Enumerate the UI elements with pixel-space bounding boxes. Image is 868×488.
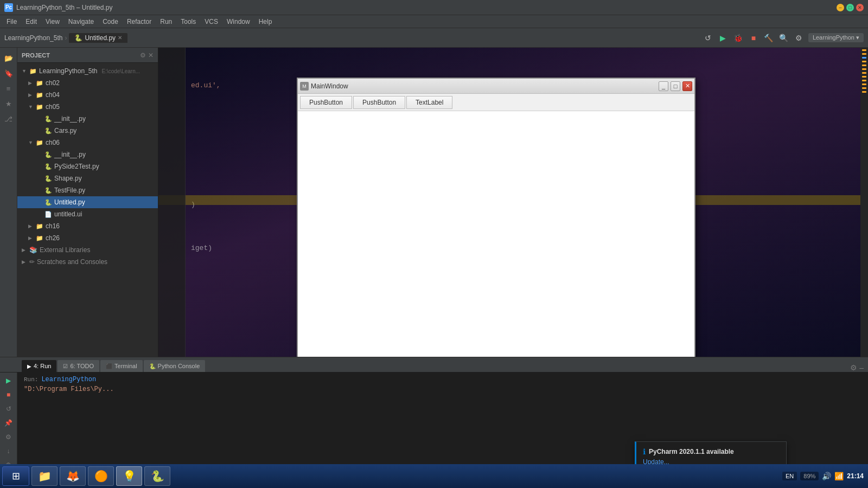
label-ch06-init: __init__.py — [54, 151, 86, 158]
settings-run-btn[interactable]: ⚙ — [3, 431, 15, 443]
search-everywhere-button[interactable]: 🔍 — [778, 32, 790, 44]
menu-refactor[interactable]: Refactor — [123, 17, 156, 27]
panel-settings-btn[interactable]: ⚙ — [850, 363, 857, 372]
tree-item-ch05[interactable]: ▼ 📁 ch05 — [17, 101, 158, 113]
root-folder-icon: 📁 — [29, 68, 37, 75]
sidebar-bookmarks-icon[interactable]: 🔖 — [3, 67, 15, 79]
tree-item-ch04[interactable]: ▶ 📁 ch04 — [17, 89, 158, 101]
tree-item-ch16[interactable]: ▶ 📁 ch16 — [17, 220, 158, 232]
breadcrumb-sep1: › — [65, 34, 67, 42]
tree-item-ch05-init[interactable]: 🐍 __init__.py — [17, 113, 158, 125]
taskbar-app-explorer[interactable]: 📁 — [31, 466, 58, 486]
taskbar-app-firefox[interactable]: 🦊 — [60, 466, 86, 486]
folder-icon-ch02: 📁 — [36, 80, 43, 87]
profile-selector[interactable]: LearningPython ▾ — [808, 33, 864, 42]
tree-item-ch06[interactable]: ▼ 📁 ch06 — [17, 137, 158, 149]
run-left-bar: ▶ ■ ↺ 📌 ⚙ ↓ 🗑 — [0, 373, 17, 476]
label-ch16: ch16 — [46, 222, 60, 230]
label-ch05-init: __init__.py — [54, 115, 86, 123]
tab-close-icon[interactable]: ✕ — [118, 35, 122, 41]
system-clock[interactable]: 21:14 — [847, 472, 864, 480]
run-again-btn[interactable]: ▶ — [3, 375, 15, 387]
editor-scrollbar[interactable] — [860, 48, 868, 357]
sidebar-icons: 📂 🔖 ≡ ★ ⎇ — [0, 48, 17, 357]
tree-item-testfile[interactable]: 🐍 TestFile.py — [17, 184, 158, 196]
fw-close-btn[interactable]: ✕ — [682, 81, 692, 91]
label-ch04: ch04 — [46, 91, 60, 99]
taskbar-right: EN 89% 🔊 📶 21:14 — [782, 472, 866, 480]
tree-item-shape[interactable]: 🐍 Shape.py — [17, 172, 158, 184]
tree-item-ch02[interactable]: ▶ 📁 ch02 — [17, 77, 158, 89]
menu-window[interactable]: Window — [222, 17, 254, 27]
rerun-btn[interactable]: ↺ — [3, 403, 15, 415]
maximize-button[interactable]: □ — [846, 4, 854, 11]
notif-title: PyCharm 2020.1.1 available — [649, 448, 734, 455]
debug-button[interactable]: 🐞 — [732, 32, 744, 44]
tree-item-scratches[interactable]: ▶ ✏ Scratches and Consoles — [17, 256, 158, 268]
start-button[interactable]: ⊞ — [2, 466, 29, 486]
panel-hide-icon[interactable]: ✕ — [148, 52, 154, 59]
window-title: LearningPython_5th – Untitled.py — [16, 4, 837, 11]
run-cmd-text: "D:\Program Files\Py... — [24, 386, 114, 393]
tree-item-cars[interactable]: 🐍 Cars.py — [17, 125, 158, 137]
notif-info-icon: ℹ — [643, 447, 646, 456]
sidebar-favorites-icon[interactable]: ★ — [3, 98, 15, 110]
menu-help[interactable]: Help — [254, 17, 277, 27]
stop-button[interactable]: ■ — [748, 32, 760, 44]
arrow-ch26: ▶ — [28, 235, 34, 241]
bottom-tab-terminal[interactable]: ⬛ Terminal — [100, 360, 143, 372]
fw-maximize-btn[interactable]: □ — [671, 81, 680, 91]
bottom-tab-todo[interactable]: ☑ 6: TODO — [58, 360, 99, 372]
menu-vcs[interactable]: VCS — [200, 17, 222, 27]
menu-file[interactable]: File — [2, 17, 21, 27]
minimize-button[interactable]: – — [837, 4, 844, 11]
tree-item-untitled-ui[interactable]: 📄 untitled.ui — [17, 208, 158, 220]
tree-item-untitled-py[interactable]: 🐍 Untitled.py — [17, 196, 158, 208]
label-cars: Cars.py — [54, 127, 76, 134]
breadcrumb-project[interactable]: LearningPython_5th — [4, 34, 62, 42]
menu-tools[interactable]: Tools — [176, 17, 200, 27]
bottom-tab-python-console[interactable]: 🐍 Python Console — [144, 360, 206, 372]
label-scratches: Scratches and Consoles — [37, 258, 107, 266]
sidebar-structure-icon[interactable]: ≡ — [3, 82, 15, 94]
close-button[interactable]: ✕ — [856, 4, 864, 11]
fw-pushbutton-1[interactable]: PushButton — [300, 96, 352, 109]
build-button[interactable]: 🔨 — [763, 32, 775, 44]
file-icon-ch06-init: 🐍 — [44, 151, 52, 158]
tree-item-external-libs[interactable]: ▶ 📚 External Libraries — [17, 244, 158, 256]
ime-lang[interactable]: EN — [784, 473, 795, 479]
file-icon-untitled-ui: 📄 — [44, 211, 52, 218]
tree-item-ch06-init[interactable]: 🐍 __init__.py — [17, 149, 158, 160]
menu-view[interactable]: View — [41, 17, 64, 27]
editor-area[interactable]: ed.ui', ) iget) — [158, 48, 868, 357]
stop-run-btn[interactable]: ■ — [3, 389, 15, 401]
run-button[interactable]: ▶ — [717, 32, 729, 44]
panel-settings-icon[interactable]: ⚙ — [140, 52, 146, 59]
taskbar-app-chrome[interactable]: 🟠 — [88, 466, 114, 486]
taskbar-app-pycharm[interactable]: 💡 — [116, 466, 142, 486]
file-tab-untitled[interactable]: 🐍 Untitled.py ✕ — [69, 33, 127, 43]
taskbar-app-python[interactable]: 🐍 — [144, 466, 170, 486]
bottom-tab-run[interactable]: ▶ 4: Run — [22, 360, 56, 372]
menu-edit[interactable]: Edit — [21, 17, 41, 27]
scroll-end-btn[interactable]: ↓ — [3, 445, 15, 457]
sidebar-project-icon[interactable]: 📂 — [3, 52, 15, 64]
scroll-mark-9 — [862, 80, 866, 81]
tree-item-ch26[interactable]: ▶ 📁 ch26 — [17, 232, 158, 244]
folder-icon-ch06: 📁 — [36, 139, 43, 146]
panel-minimize-btn[interactable]: – — [859, 363, 864, 372]
settings-button[interactable]: ⚙ — [793, 32, 805, 44]
fw-pushbutton-2[interactable]: PushButton — [353, 96, 405, 109]
pin-btn[interactable]: 📌 — [3, 417, 15, 429]
tree-item-pyside2test[interactable]: 🐍 PySide2Test.py — [17, 160, 158, 172]
menu-navigate[interactable]: Navigate — [64, 17, 98, 27]
taskbar-sound-icon[interactable]: 🔊 — [822, 472, 831, 480]
menu-code[interactable]: Code — [98, 17, 123, 27]
label-testfile: TestFile.py — [54, 187, 85, 194]
refresh-button[interactable]: ↺ — [702, 32, 714, 44]
taskbar-network-icon[interactable]: 📶 — [834, 472, 844, 480]
sidebar-vcs-icon[interactable]: ⎇ — [3, 113, 15, 125]
fw-minimize-btn[interactable]: _ — [659, 81, 668, 91]
menu-run[interactable]: Run — [156, 17, 176, 27]
tree-root[interactable]: ▼ 📁 LearningPython_5th E:\code\Learn... — [17, 65, 158, 77]
